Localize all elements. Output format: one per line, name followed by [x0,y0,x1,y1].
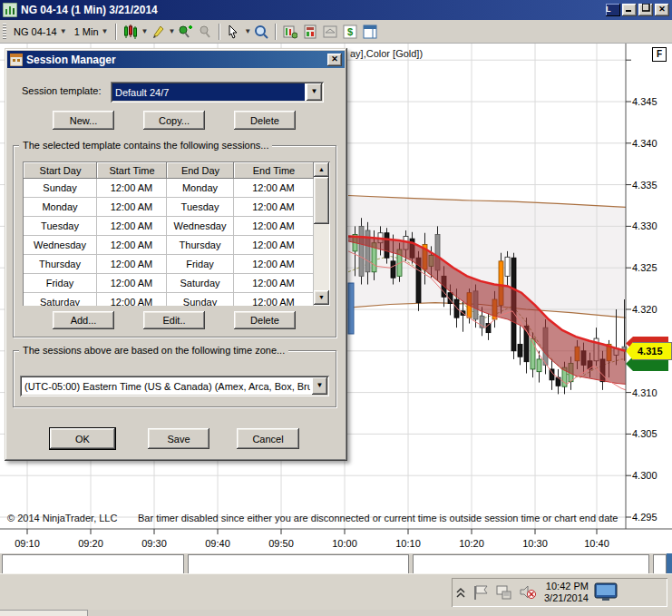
table-row[interactable]: Thursday12:00 AMFriday12:00 AM [24,255,314,274]
tray-clock[interactable]: 10:42 PM 3/21/2014 [544,581,589,604]
desktop: { "window": { "title": "NG 04-14 (1 Min)… [0,0,672,616]
time-axis-label: 10:00 [325,538,365,549]
session-template-value: Default 24/7 [112,83,305,101]
data-series-icon[interactable] [281,23,299,41]
dialog-close-button[interactable]: ✕ [327,54,342,66]
time-axis-label: 09:50 [261,538,301,549]
table-row[interactable]: Sunday12:00 AMMonday12:00 AM [24,179,314,198]
zoom-icon[interactable] [252,23,270,41]
chevron-down-icon[interactable]: ▼ [307,83,322,101]
delete-session-button[interactable]: Delete [234,311,296,329]
scrollbar-thumb[interactable] [314,177,329,224]
table-cell: 12:00 AM [97,236,167,255]
table-row[interactable]: Tuesday12:00 AMWednesday12:00 AM [24,217,314,236]
price-axis-label: 4.325 [632,262,670,273]
price-axis-label: 4.340 [632,138,670,149]
chart-properties-icon[interactable] [301,23,319,41]
table-scrollbar[interactable]: ▲ ▼ [314,162,329,305]
display-icon[interactable] [594,582,618,602]
scroll-down-icon[interactable]: ▼ [314,290,329,305]
close-button[interactable]: ✕ [655,4,669,16]
add-session-button[interactable]: Add... [53,311,114,329]
background-window-edge[interactable] [653,554,667,573]
time-axis-label: 10:30 [515,538,555,549]
minimize-button[interactable] [622,4,637,16]
column-header[interactable]: End Day [167,162,234,179]
table-row[interactable]: Friday12:00 AMSaturday12:00 AM [24,274,314,293]
column-header[interactable]: Start Time [97,162,167,179]
dollar-account-icon[interactable]: $ [341,23,359,41]
add-indicator-pin-icon[interactable] [176,23,194,41]
toolbar-separator [219,24,220,40]
table-row[interactable]: Monday12:00 AMTuesday12:00 AM [24,198,314,217]
table-cell: 12:00 AM [234,198,314,217]
flag-icon[interactable] [472,584,490,601]
chart-panel-icon[interactable] [361,23,379,41]
table-row[interactable]: Saturday12:00 AMSunday12:00 AM [24,293,314,306]
remove-indicator-pin-icon [196,23,214,41]
taskbar[interactable]: 10:42 PM 3/21/2014 [0,573,672,610]
chart-style-icon[interactable] [122,23,140,41]
scroll-up-icon[interactable]: ▲ [314,162,329,177]
dialog-titlebar[interactable]: Session Manager ✕ [7,51,345,68]
table-row[interactable]: Wednesday12:00 AMThursday12:00 AM [24,236,314,255]
table-header-row: Start DayStart TimeEnd DayEnd Time [24,162,314,179]
sessions-grid: Start DayStart TimeEnd DayEnd TimeSunday… [24,162,314,306]
save-button[interactable]: Save [148,428,209,449]
table-cell: Sunday [167,293,234,306]
table-cell: 12:00 AM [234,236,314,255]
print-icon[interactable] [321,23,339,41]
background-window-edge[interactable] [413,554,649,573]
table-cell: Tuesday [167,198,234,217]
clock-time: 10:42 PM [544,581,589,592]
background-window-edge[interactable] [188,554,409,573]
cursor-pointer-icon[interactable] [225,23,243,41]
session-manager-dialog[interactable]: Session Manager ✕ Session template: Defa… [5,48,347,461]
interval-selector[interactable]: 1 Min▼ [71,24,112,39]
table-cell: Saturday [24,293,97,306]
table-cell: Saturday [167,274,234,293]
sessions-groupbox-title: The selected template contains the follo… [19,140,272,151]
chevron-down-icon: ▼ [60,27,67,35]
cancel-button[interactable]: Cancel [237,428,299,449]
collapse-chevron-icon[interactable] [455,586,466,599]
price-axis-label: 4.335 [632,180,670,191]
ok-button[interactable]: OK [50,428,115,449]
chevron-down-icon[interactable]: ▼ [312,377,327,395]
edit-session-button[interactable]: Edit.. [143,311,205,329]
table-cell: 12:00 AM [97,198,167,217]
delete-template-button[interactable]: Delete [234,111,296,130]
time-axis-label: 09:40 [198,538,238,549]
table-cell: Monday [24,198,97,217]
timezone-dropdown[interactable]: (UTC-05:00) Eastern Time (US & Canada) (… [20,376,329,396]
session-template-dropdown[interactable]: Default 24/7 ▼ [111,82,324,103]
toolbar-grip[interactable] [3,24,6,40]
new-button[interactable]: New... [53,111,114,130]
table-cell: 12:00 AM [234,217,314,236]
table-cell: 12:00 AM [97,293,167,306]
background-window-edge[interactable] [2,554,184,573]
fixed-scale-button[interactable]: F [652,47,667,62]
maximize-button[interactable] [638,4,653,16]
chevron-down-icon[interactable]: ▼ [141,27,148,35]
chevron-down-icon[interactable]: ▼ [168,27,175,35]
price-axis-label: 4.330 [632,220,670,231]
sessions-table[interactable]: Start DayStart TimeEnd DayEnd TimeSunday… [23,161,330,306]
chevron-down-icon[interactable]: ▼ [244,27,251,35]
window-titlebar[interactable]: NG 04-14 (1 Min) 3/21/2014 L ✕ [0,0,672,20]
network-icon[interactable] [495,584,513,601]
instrument-selector[interactable]: NG 04-14▼ [10,24,71,39]
drawing-pencil-icon[interactable] [149,23,167,41]
background-windows-row [0,553,672,573]
table-cell: 12:00 AM [97,179,167,198]
background-window-corner [0,610,88,616]
column-header[interactable]: End Time [234,162,314,179]
app-icon [3,3,17,17]
lock-button[interactable]: L [606,4,620,16]
copy-button[interactable]: Copy... [143,111,205,130]
indicator-label: ay],Color [Gold]) [350,48,423,59]
table-cell: Thursday [24,255,97,274]
volume-muted-icon[interactable] [519,584,537,601]
time-axis-label: 09:30 [134,538,174,549]
column-header[interactable]: Start Day [24,162,97,179]
